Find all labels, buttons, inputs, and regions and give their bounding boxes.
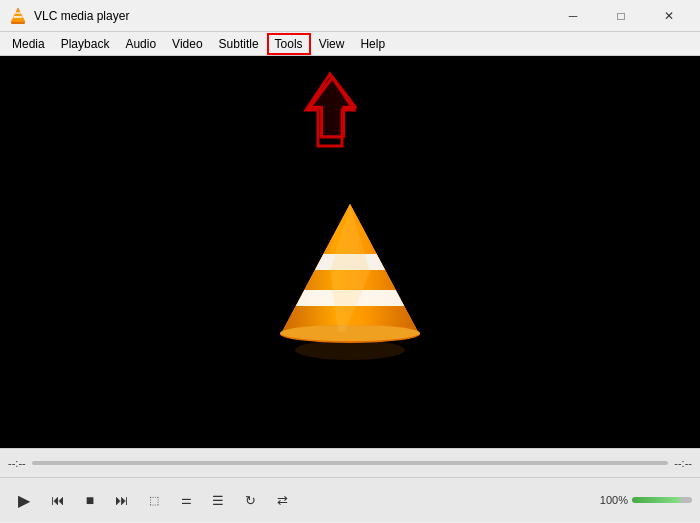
menu-playback[interactable]: Playback [53,33,118,55]
time-total: --:-- [674,457,692,469]
next-button[interactable]: ⏭ [108,486,136,514]
playback-controls: ▶ ⏮ ■ ⏭ ⬚ ⚌ ☰ ↻ ⇄ 100% [0,478,700,522]
app-icon [8,6,28,26]
loop-button[interactable]: ↻ [236,486,264,514]
shuffle-button[interactable]: ⇄ [268,486,296,514]
volume-label: 100% [600,494,628,506]
time-elapsed: --:-- [8,457,26,469]
up-arrow-icon [305,72,360,142]
close-button[interactable]: ✕ [646,4,692,28]
playlist-button[interactable]: ☰ [204,486,232,514]
menu-media[interactable]: Media [4,33,53,55]
seek-bar-row: --:-- --:-- [0,448,700,478]
menu-subtitle[interactable]: Subtitle [211,33,267,55]
vlc-logo [270,182,430,362]
title-bar: VLC media player ─ □ ✕ [0,0,700,32]
frame-by-frame-button[interactable]: ⬚ [140,486,168,514]
menu-video[interactable]: Video [164,33,210,55]
svg-rect-1 [11,22,25,24]
window-controls: ─ □ ✕ [550,4,692,28]
maximize-button[interactable]: □ [598,4,644,28]
equalizer-button[interactable]: ⚌ [172,486,200,514]
menu-bar: Media Playback Audio Video Subtitle Tool… [0,32,700,56]
svg-point-17 [280,325,420,341]
menu-audio[interactable]: Audio [117,33,164,55]
play-button[interactable]: ▶ [8,484,40,516]
prev-button[interactable]: ⏮ [44,486,72,514]
volume-section: 100% [600,494,692,506]
menu-tools[interactable]: Tools [267,33,311,55]
minimize-button[interactable]: ─ [550,4,596,28]
seek-bar[interactable] [32,461,669,465]
app-title: VLC media player [34,9,550,23]
video-area [0,56,700,448]
svg-marker-0 [11,8,25,22]
stop-button[interactable]: ■ [76,486,104,514]
menu-help[interactable]: Help [352,33,393,55]
menu-view[interactable]: View [311,33,353,55]
volume-bar[interactable] [632,497,692,503]
